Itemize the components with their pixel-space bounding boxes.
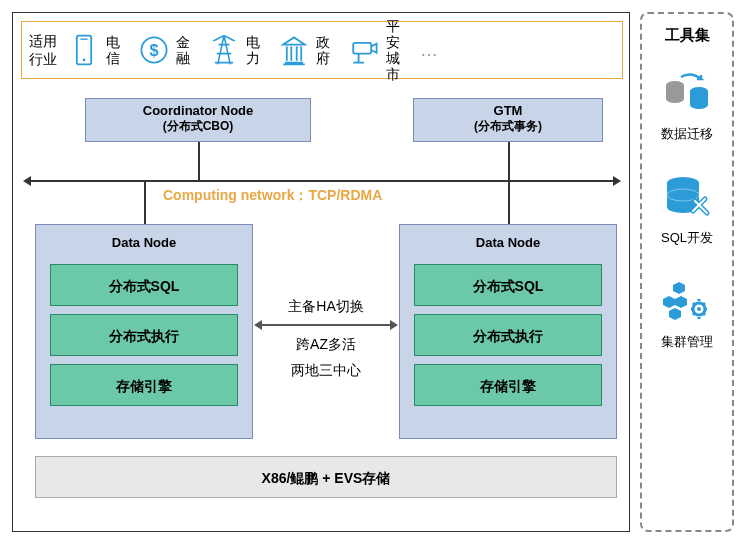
- architecture-diagram: 适用 行业 电信 $ 金融 电力 政府 平安 城市 … Coordinator …: [12, 12, 630, 532]
- industry-bar: 适用 行业 电信 $ 金融 电力 政府 平安 城市 …: [21, 21, 623, 79]
- sql-box: 分布式SQL: [414, 264, 602, 306]
- storage-engine-box: 存储引擎: [50, 364, 238, 406]
- connector-line: [508, 182, 510, 224]
- storage-engine-box: 存储引擎: [414, 364, 602, 406]
- tools-title: 工具集: [648, 26, 726, 45]
- industry-gov: 政府: [276, 32, 334, 68]
- migration-icon: [661, 69, 713, 115]
- tool-cluster: 集群管理: [648, 277, 726, 351]
- industry-finance: $ 金融: [136, 32, 194, 68]
- svg-point-17: [697, 307, 701, 311]
- ha-label: 主备HA切换: [262, 298, 390, 316]
- bidirectional-arrow: [262, 324, 390, 326]
- network-bus: [31, 180, 613, 182]
- industry-telecom: 电信: [66, 32, 124, 68]
- connector-line: [144, 182, 146, 224]
- connector-line: [198, 142, 200, 180]
- data-node-right: Data Node 分布式SQL 分布式执行 存储引擎: [399, 224, 617, 439]
- more-dots: …: [420, 40, 438, 61]
- svg-point-1: [83, 59, 86, 62]
- tool-sql: SQL开发: [648, 173, 726, 247]
- industry-power: 电力: [206, 32, 264, 68]
- data-node-left: Data Node 分布式SQL 分布式执行 存储引擎: [35, 224, 253, 439]
- ha-section: 主备HA切换 跨AZ多活 两地三中心: [262, 298, 390, 388]
- government-icon: [276, 32, 312, 68]
- az-label: 跨AZ多活: [262, 336, 390, 354]
- svg-rect-9: [353, 43, 371, 54]
- tools-panel: 工具集 数据迁移 SQL开发 集群管理: [640, 12, 734, 532]
- gtm-node: GTM (分布式事务): [413, 98, 603, 142]
- network-label: Computing network：TCP/RDMA: [163, 187, 382, 205]
- tower-icon: [206, 32, 242, 68]
- industry-label: 适用 行业: [26, 32, 60, 68]
- svg-text:$: $: [149, 41, 158, 59]
- sql-dev-icon: [661, 173, 713, 219]
- exec-box: 分布式执行: [414, 314, 602, 356]
- dc-label: 两地三中心: [262, 362, 390, 380]
- industry-city: 平安 城市: [346, 18, 404, 82]
- cluster-icon: [661, 277, 713, 323]
- connector-line: [508, 142, 510, 180]
- phone-icon: [66, 32, 102, 68]
- sql-box: 分布式SQL: [50, 264, 238, 306]
- tool-migration: 数据迁移: [648, 69, 726, 143]
- storage-layer: X86/鲲鹏 + EVS存储: [35, 456, 617, 498]
- camera-icon: [346, 32, 382, 68]
- dollar-icon: $: [136, 32, 172, 68]
- coordinator-node: Coordinator Node (分布式CBO): [85, 98, 311, 142]
- exec-box: 分布式执行: [50, 314, 238, 356]
